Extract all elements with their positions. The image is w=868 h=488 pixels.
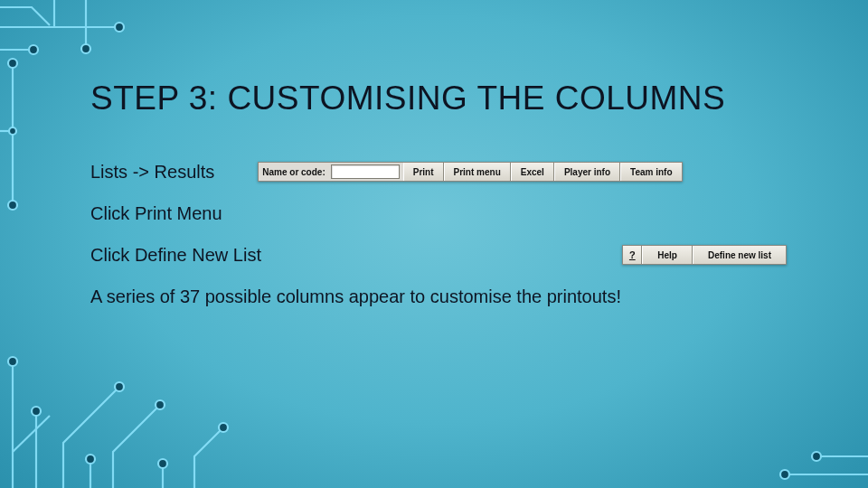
- svg-point-1: [81, 44, 90, 53]
- svg-point-7: [32, 407, 41, 416]
- excel-button[interactable]: Excel: [511, 163, 554, 181]
- bullet-summary: A series of 37 possible columns appear t…: [90, 286, 621, 307]
- bullet-click-print-menu: Click Print Menu: [90, 203, 222, 224]
- player-info-button[interactable]: Player info: [554, 163, 620, 181]
- slide-title: STEP 3: CUSTOMISING THE COLUMNS: [90, 80, 841, 117]
- row-summary: A series of 37 possible columns appear t…: [90, 286, 841, 307]
- help-icon[interactable]: ?: [623, 246, 642, 264]
- bullet-click-define: Click Define New List: [90, 245, 261, 266]
- svg-point-10: [156, 400, 165, 409]
- svg-point-5: [9, 127, 16, 135]
- svg-point-8: [115, 382, 124, 391]
- svg-point-0: [115, 23, 124, 32]
- results-toolbar: Name or code: Print Print menu Excel Pla…: [258, 162, 682, 182]
- svg-point-13: [780, 470, 789, 479]
- svg-point-4: [8, 201, 17, 210]
- define-new-list-button[interactable]: Define new list: [693, 246, 786, 264]
- help-toolbar: ? Help Define new list: [622, 245, 787, 265]
- name-or-code-input[interactable]: [331, 164, 400, 179]
- content-area: STEP 3: CUSTOMISING THE COLUMNS Lists ->…: [90, 80, 841, 327]
- svg-point-2: [29, 45, 38, 54]
- row-lists-results: Lists -> Results Name or code: Print Pri…: [90, 161, 841, 183]
- row-print-menu: Click Print Menu: [90, 202, 841, 224]
- bullet-lists-results: Lists -> Results: [90, 162, 214, 183]
- svg-point-14: [812, 452, 821, 461]
- help-button[interactable]: Help: [642, 246, 693, 264]
- row-define-new-list: Click Define New List ? Help Define new …: [90, 244, 841, 266]
- svg-point-9: [86, 455, 95, 464]
- slide: STEP 3: CUSTOMISING THE COLUMNS Lists ->…: [0, 0, 868, 488]
- print-menu-button[interactable]: Print menu: [444, 163, 511, 181]
- name-or-code-label: Name or code:: [259, 163, 330, 181]
- team-info-button[interactable]: Team info: [620, 163, 681, 181]
- svg-point-11: [158, 459, 167, 468]
- print-button[interactable]: Print: [403, 163, 444, 181]
- svg-point-3: [8, 59, 17, 68]
- svg-point-6: [8, 357, 17, 366]
- svg-point-12: [219, 423, 228, 432]
